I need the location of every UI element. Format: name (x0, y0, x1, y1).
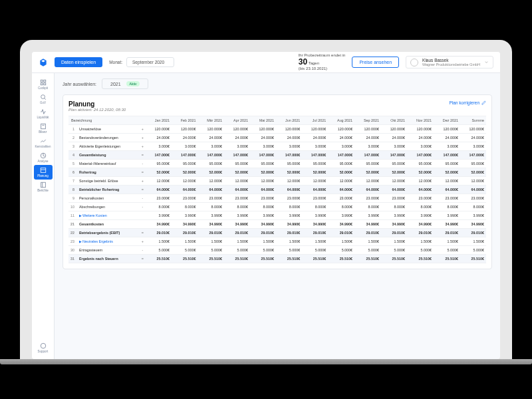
panel-subtitle: Plan aktiviert: 24.12.2020, 08:30 (68, 108, 126, 112)
col-month: Summe (460, 116, 486, 125)
col-month: Sep 2021 (354, 116, 381, 125)
support-icon (40, 342, 47, 349)
sidebar-item-guv[interactable]: GuV (34, 92, 53, 106)
col-month: Aug 2021 (328, 116, 354, 125)
month-select[interactable]: September 2020 (126, 57, 174, 67)
topbar: Daten einspielen Monat: September 2020 I… (32, 52, 500, 73)
planning-panel: Planung Plan aktiviert: 24.12.2020, 08:3… (63, 94, 492, 269)
table-row: 23▶Neutrales Ergebnis+1.500€1.500€1.500€… (68, 237, 486, 246)
triangle-right-icon: ▶ (79, 239, 82, 243)
active-badge: Aktiv (126, 81, 140, 86)
svg-rect-9 (41, 168, 46, 173)
col-month: Okt 2021 (381, 116, 407, 125)
view-prices-button[interactable]: Preise ansehen (352, 57, 399, 68)
table-row: 30Ertragssteuern-5.000€5.000€5.000€5.000… (68, 246, 486, 255)
expand-row-link[interactable]: ▶Weitere Kosten (79, 213, 107, 217)
table-row: 7Sonstige betriebl. Erlöse+12.000€12.000… (68, 177, 486, 186)
nav-icon (40, 138, 47, 144)
nav-icon (40, 152, 47, 159)
col-month: Jan 2021 (146, 116, 172, 125)
nav-icon (40, 167, 47, 174)
user-menu[interactable]: Klaus Bassek Wagner Produktionsbetriebe … (406, 56, 493, 68)
col-month: Feb 2021 (172, 116, 198, 125)
col-label: Bezeichnung (68, 116, 146, 125)
panel-title: Planung (68, 100, 126, 108)
svg-point-13 (41, 343, 46, 348)
svg-rect-3 (43, 83, 45, 85)
col-month: Jun 2021 (276, 116, 302, 125)
svg-rect-6 (41, 124, 45, 129)
col-month: Jul 2021 (302, 116, 328, 125)
svg-rect-11 (41, 182, 45, 188)
nav-icon (40, 123, 47, 130)
app-logo-icon (39, 58, 48, 67)
nav-icon (40, 94, 47, 100)
sidebar-item-kennzahlen[interactable]: Kennzahlen (34, 136, 53, 150)
triangle-right-icon: ▶ (79, 213, 82, 217)
table-row: 3Aktivierte Eigenleistungen+3.000€3.000€… (68, 142, 486, 151)
table-row: 31Ergebnis nach Steuern=25.510€25.510€25… (68, 255, 486, 263)
table-row: 9Personalkosten-23.000€23.000€23.000€23.… (68, 194, 486, 203)
sidebar-item-liquidität[interactable]: Liquidität (34, 106, 53, 121)
sidebar-item-support[interactable]: Support (34, 340, 53, 355)
sidebar-item-planung[interactable]: Planung (34, 165, 53, 180)
table-row: 8Betrieblicher Rohertrag=64.000€64.000€6… (68, 186, 486, 194)
table-row: 22Betriebsergebnis (EBIT)=29.010€29.010€… (68, 229, 486, 237)
year-select[interactable]: 2021 Aktiv (102, 78, 148, 89)
table-row: 10Abschreibungen-8.000€8.000€8.000€8.000… (68, 203, 486, 211)
svg-point-4 (41, 95, 45, 99)
svg-rect-1 (43, 80, 45, 82)
year-label: Jahr auswählen: (63, 82, 96, 86)
correct-plan-link[interactable]: Plan korrigieren (449, 100, 486, 105)
sidebar-item-cockpit[interactable]: Cockpit (34, 77, 53, 92)
trial-info: Ihr Probezeitraum endet in 30 Tagen (bis… (299, 53, 346, 70)
table-row: 4Gesamtleistung=147.000€147.000€147.000€… (68, 151, 486, 160)
nav-icon (40, 79, 47, 86)
edit-icon (481, 100, 486, 105)
col-month: Apr 2021 (224, 116, 250, 125)
svg-rect-2 (41, 83, 43, 85)
table-row: 1Umsatzerlöse+120.000€120.000€120.000€12… (68, 125, 486, 134)
chevron-down-icon (484, 60, 489, 65)
sidebar-item-bilanz[interactable]: Bilanz (34, 121, 53, 136)
planning-table: BezeichnungJan 2021Feb 2021Mär 2021Apr 2… (68, 116, 486, 263)
nav-icon (40, 108, 47, 115)
col-month: Mai 2021 (250, 116, 276, 125)
col-month: Mär 2021 (198, 116, 223, 125)
expand-row-link[interactable]: ▶Neutrales Ergebnis (79, 239, 113, 243)
table-row: 21Gesamtkosten34.990€34.990€34.990€34.99… (68, 220, 486, 229)
import-data-button[interactable]: Daten einspielen (55, 57, 102, 67)
table-row: 5Material-/Wareneinkauf-95.000€95.000€95… (68, 160, 486, 168)
table-row: 11▶Weitere Kosten3.990€3.990€3.990€3.990… (68, 211, 486, 220)
sidebar-item-berichte[interactable]: Berichte (34, 180, 53, 194)
avatar-icon (410, 59, 418, 66)
month-label: Monat: (109, 60, 122, 65)
col-month: Nov 2021 (407, 116, 434, 125)
svg-rect-0 (41, 80, 43, 82)
sidebar: CockpitGuVLiquiditätBilanzKennzahlenAnal… (32, 73, 55, 359)
table-row: 2Bestandsveränderungen+24.000€24.000€24.… (68, 134, 486, 142)
nav-icon (40, 182, 47, 188)
svg-line-5 (44, 98, 45, 100)
table-row: 6Rohertrag=52.000€52.000€52.000€52.000€5… (68, 168, 486, 177)
sidebar-item-analyse[interactable]: Analyse (34, 150, 53, 165)
col-month: Dez 2021 (434, 116, 460, 125)
